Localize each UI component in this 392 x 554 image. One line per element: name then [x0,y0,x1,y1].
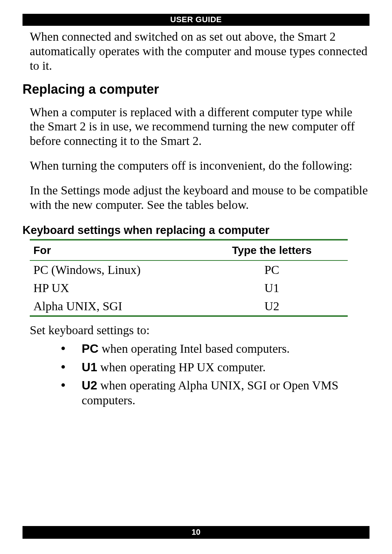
table-cell-type: U2 [203,297,348,316]
list-item: U2 when operating Alpha UNIX, SGI or Ope… [61,378,369,408]
body-paragraph-2: When turning the computers off is inconv… [30,158,369,173]
table-cell-type: U1 [203,279,348,297]
table-cell-for: PC (Windows, Linux) [30,260,203,279]
header-bar: USER GUIDE [23,14,369,26]
footer-bar: 10 [23,526,369,539]
settings-bullet-list: PC when operating Intel based computers.… [61,341,369,408]
bullet-text: when operating HP UX computer. [97,360,266,374]
keyboard-settings-table: For Type the letters PC (Windows, Linux)… [30,239,348,317]
bullet-text: when operating Alpha UNIX, SGI or Open V… [82,379,338,407]
intro-paragraph: When connected and switched on as set ou… [30,29,369,73]
body-paragraph-3: In the Settings mode adjust the keyboard… [30,183,369,212]
bullet-bold: U1 [82,360,97,374]
table-cell-for: HP UX [30,279,203,297]
table-row: Alpha UNIX, SGI U2 [30,297,348,316]
after-table-text: Set keyboard settings to: [30,323,369,337]
list-item: U1 when operating HP UX computer. [61,360,369,375]
body-paragraph-1: When a computer is replaced with a diffe… [30,105,369,149]
table-row: HP UX U1 [30,279,348,297]
table-header-row: For Type the letters [30,240,348,260]
section-heading: Replacing a computer [23,82,369,97]
table-header-type: Type the letters [203,240,348,260]
table-cell-for: Alpha UNIX, SGI [30,297,203,316]
bullet-bold: PC [82,342,99,355]
table-row: PC (Windows, Linux) PC [30,260,348,279]
header-title: USER GUIDE [170,15,222,24]
list-item: PC when operating Intel based computers. [61,341,369,356]
table-cell-type: PC [203,260,348,279]
bullet-bold: U2 [82,379,97,392]
subsection-heading: Keyboard settings when replacing a compu… [23,224,369,237]
page-number: 10 [192,527,200,537]
bullet-text: when operating Intel based computers. [99,342,290,355]
table-header-for: For [30,240,203,260]
